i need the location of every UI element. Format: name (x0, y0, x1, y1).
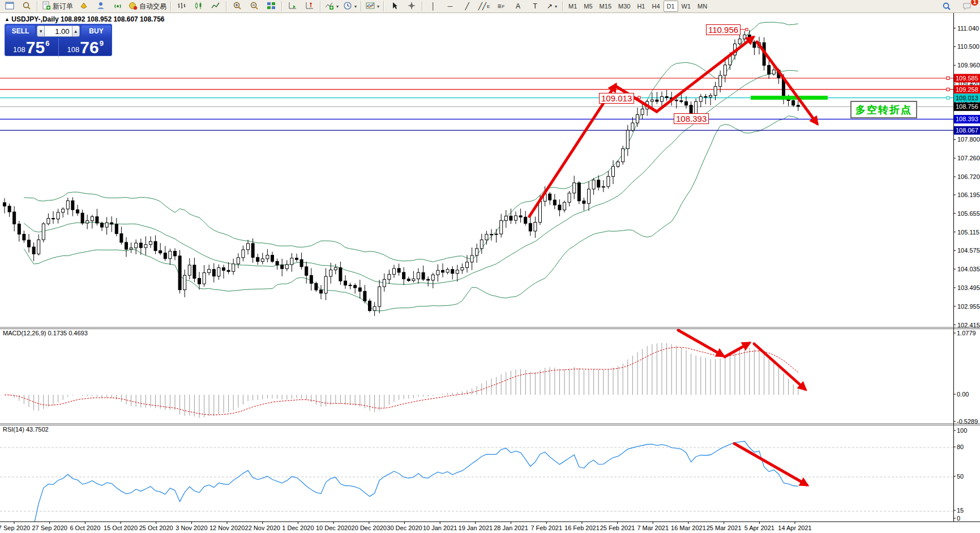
autotrading-button[interactable]: 自动交易 (126, 0, 169, 12)
templates-button[interactable]: ▾ (363, 0, 382, 12)
market-watch-icon[interactable] (92, 0, 109, 12)
search-icon[interactable] (938, 0, 955, 12)
toolbar-separator (422, 1, 423, 11)
zoom-out-icon[interactable] (246, 0, 263, 12)
market-watch-icon (96, 1, 105, 12)
svg-text:1 Dec 2020: 1 Dec 2020 (282, 525, 314, 531)
hline-icon[interactable]: ─ (442, 0, 459, 12)
fibonacci-icon[interactable]: ≡F (493, 0, 510, 12)
buy-button[interactable]: BUY (82, 25, 111, 37)
toolbar-separator (37, 1, 38, 11)
buy-price-point: 9 (100, 38, 104, 48)
cursor-icon (390, 1, 399, 12)
candlestick-icon[interactable] (190, 0, 207, 12)
new-order-button-label: 新订单 (53, 2, 73, 11)
volume-increase-button[interactable]: ▲ (72, 25, 80, 37)
line-chart-icon[interactable] (207, 0, 224, 12)
svg-text:105.655: 105.655 (957, 210, 980, 217)
sell-price[interactable]: 108 75 6 (5, 38, 59, 57)
svg-text:110.500: 110.500 (957, 43, 979, 50)
toolbar-separator (320, 1, 321, 11)
price-callout-label[interactable]: 110.956 (706, 24, 741, 35)
label-icon: T (533, 3, 537, 10)
toolbar-separator (170, 1, 172, 11)
auto-scroll-icon[interactable] (284, 0, 301, 12)
vline-icon[interactable]: │ (425, 0, 442, 12)
svg-text:7 Feb 2021: 7 Feb 2021 (530, 525, 562, 531)
fibonacci-icon: ≡ (498, 3, 502, 10)
svg-text:22 Nov 2020: 22 Nov 2020 (245, 525, 280, 531)
add-indicator-button (325, 1, 334, 12)
svg-text:25 Feb 2021: 25 Feb 2021 (600, 525, 635, 531)
symbol-ohlc-text: USDJPY-,Daily 108.892 108.952 108.607 10… (11, 15, 164, 23)
timeframe-m30[interactable]: M30 (615, 1, 634, 12)
svg-text:5 Apr 2021: 5 Apr 2021 (744, 525, 774, 531)
preview-icon[interactable] (18, 0, 35, 12)
autotrading-button (129, 1, 138, 12)
tile-windows-icon[interactable] (263, 0, 280, 12)
sell-price-pips: 75 (26, 40, 45, 56)
timeframe-w1[interactable]: W1 (678, 1, 695, 12)
new-order-button[interactable]: 新订单 (40, 0, 75, 12)
sell-button[interactable]: SELL (6, 25, 35, 37)
auto-scroll-icon (288, 1, 297, 12)
text-icon[interactable]: A (510, 0, 527, 12)
periods-button[interactable]: ▾ (341, 0, 359, 12)
svg-text:100: 100 (957, 427, 967, 434)
toolbar-separator (383, 1, 384, 11)
svg-text:20 Dec 2020: 20 Dec 2020 (352, 525, 387, 531)
volume-input[interactable]: 1.00 (45, 25, 71, 37)
timeframe-m15[interactable]: M15 (596, 1, 615, 12)
label-icon[interactable]: T (527, 0, 544, 12)
note-label[interactable]: 多空转折点 (850, 101, 917, 118)
svg-text:102.415: 102.415 (957, 322, 980, 329)
svg-text:10 Jan 2021: 10 Jan 2021 (423, 525, 457, 531)
toolbar: 新订单自动交易▾▾▾│─╱╱╱E≡FAT↗▾M1M5M15M30H1H4D1W1… (0, 0, 980, 13)
chart-shift-icon[interactable] (301, 0, 318, 12)
timeframe-h1[interactable]: H1 (634, 1, 648, 12)
buy-price-pips: 76 (80, 40, 99, 56)
crosshair-icon[interactable] (403, 0, 420, 12)
signals-icon[interactable] (109, 0, 126, 12)
rsi-label: RSI(14) 43.7502 (3, 426, 49, 433)
crosshair-icon (407, 1, 416, 12)
price-callout-label[interactable]: 109.013 (599, 93, 634, 104)
timeframe-m5[interactable]: M5 (580, 1, 596, 12)
one-click-trading-panel: SELL ▼ 1.00 ▲ BUY 108 75 6 108 76 9 (5, 24, 112, 56)
timeframe-m1[interactable]: M1 (565, 1, 580, 12)
metaeditor-icon[interactable] (75, 0, 92, 12)
bar-chart-icon[interactable] (173, 0, 190, 12)
channel-icon[interactable]: ╱╱E (476, 0, 493, 12)
svg-text:27 Sep 2020: 27 Sep 2020 (32, 525, 67, 531)
chevron-down-icon[interactable]: ▾ (555, 4, 557, 9)
shapes-button[interactable]: ↗▾ (544, 0, 560, 12)
chevron-down-icon[interactable]: ▾ (377, 4, 379, 9)
svg-text:106.195: 106.195 (957, 191, 980, 198)
timeframe-d1[interactable]: D1 (664, 1, 678, 12)
preview-icon (22, 1, 31, 12)
timeframe-mn[interactable]: MN (694, 1, 711, 12)
price-callout-label[interactable]: 108.393 (674, 113, 709, 124)
tile-windows-icon (267, 1, 276, 12)
chevron-down-icon[interactable]: ▾ (336, 4, 339, 9)
timeframe-h4[interactable]: H4 (648, 1, 663, 12)
chevron-down-icon[interactable]: ▾ (354, 4, 357, 9)
collapse-panel-icon[interactable]: ▲ (5, 16, 10, 22)
trendline-icon: ╱ (465, 3, 469, 10)
buy-price[interactable]: 108 76 9 (59, 38, 113, 57)
volume-decrease-button[interactable]: ▼ (37, 25, 45, 37)
zoom-in-icon[interactable] (229, 0, 246, 12)
mt4-window: 新订单自动交易▾▾▾│─╱╱╱E≡FAT↗▾M1M5M15M30H1H4D1W1… (0, 0, 980, 533)
hline-icon: ─ (448, 3, 453, 10)
svg-text:7 Mar 2021: 7 Mar 2021 (637, 525, 669, 531)
svg-text:50: 50 (957, 473, 964, 480)
add-indicator-button[interactable]: ▾ (323, 0, 341, 12)
cursor-icon[interactable] (386, 0, 403, 12)
chart-canvas[interactable]: 111.040110.500109.960109.420108.880107.8… (0, 0, 980, 533)
window-icon[interactable] (1, 0, 18, 12)
toolbar-separator (281, 1, 283, 11)
svg-text:104.575: 104.575 (957, 247, 980, 254)
trendline-icon[interactable]: ╱ (459, 0, 476, 12)
notifications-icon[interactable]: 1 (958, 0, 975, 12)
window-icon (5, 1, 14, 12)
